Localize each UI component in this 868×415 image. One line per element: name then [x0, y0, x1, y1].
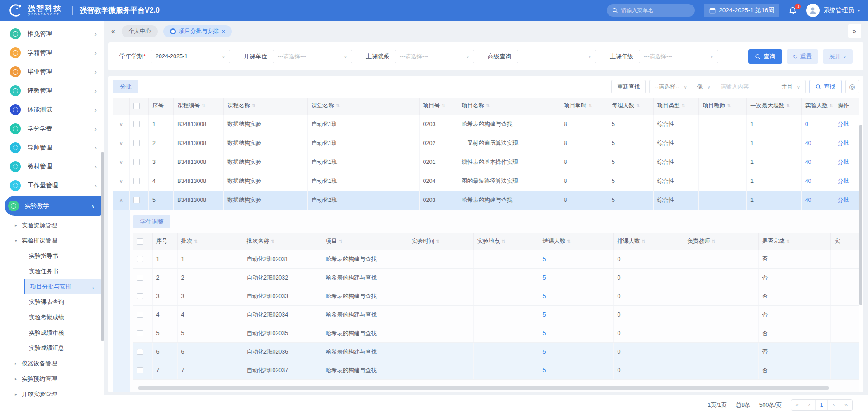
- column-header[interactable]: 项目学时⇅: [560, 98, 608, 115]
- sidebar-subitem[interactable]: 实验指导书: [0, 248, 104, 264]
- selected-count-link[interactable]: 5: [543, 312, 546, 318]
- query-button[interactable]: 查询: [748, 49, 782, 64]
- sidebar-item[interactable]: 体能测试 ›: [0, 100, 104, 119]
- sidebar-subitem[interactable]: 项目分批与安排 →: [24, 279, 101, 294]
- student-count-link[interactable]: 0: [805, 121, 808, 127]
- notifications-button[interactable]: 0: [788, 6, 797, 15]
- row-checkbox[interactable]: [133, 121, 140, 127]
- sidebar-item[interactable]: 教材管理 ›: [0, 157, 104, 176]
- row-checkbox[interactable]: [137, 330, 143, 336]
- menu-search-box[interactable]: [607, 4, 695, 17]
- term-week-selector[interactable]: 2024-2025-1 第16周: [704, 4, 779, 17]
- batch-action-link[interactable]: 分批: [838, 197, 849, 203]
- sidebar-item[interactable]: 推免管理 ›: [0, 24, 104, 43]
- tab[interactable]: 个人中心: [122, 25, 158, 37]
- pager-button[interactable]: ‹: [803, 400, 816, 410]
- sidebar-subitem[interactable]: 实验成绩汇总: [0, 340, 104, 356]
- selected-count-link[interactable]: 5: [543, 256, 546, 262]
- selected-count-link[interactable]: 5: [543, 330, 546, 336]
- column-header[interactable]: 负责教师⇅: [684, 233, 758, 250]
- batch-action-link[interactable]: 分批: [838, 121, 849, 127]
- research-button[interactable]: 重新查找: [611, 80, 646, 93]
- sidebar-item[interactable]: 工作量管理 ›: [0, 176, 104, 195]
- row-checkbox[interactable]: [137, 349, 143, 355]
- reset-button[interactable]: ↻ 重置: [787, 49, 818, 64]
- row-expand-toggle[interactable]: ∨: [113, 115, 129, 134]
- column-header[interactable]: 课堂名称⇅: [308, 98, 419, 115]
- find-input[interactable]: [721, 84, 771, 90]
- sidebar-subitem[interactable]: 实验成绩审核: [0, 325, 104, 340]
- find-button[interactable]: 查找: [809, 80, 842, 93]
- column-settings-button[interactable]: ◎: [845, 80, 859, 93]
- sidebar-subitem[interactable]: ▾ 实验排课管理: [0, 233, 104, 248]
- column-header[interactable]: 批次名称⇅: [243, 233, 322, 250]
- column-header[interactable]: 项目⇅: [322, 233, 408, 250]
- tabs-collapse-left-icon[interactable]: «: [111, 27, 115, 35]
- pager-button[interactable]: «: [791, 400, 803, 410]
- sidebar-subitem[interactable]: 实验课表查询: [0, 294, 104, 310]
- column-header[interactable]: 实验地点⇅: [473, 233, 539, 250]
- sidebar-item-active[interactable]: 实验教学 ∨: [5, 196, 101, 216]
- page-size[interactable]: 500条/页: [760, 401, 782, 409]
- row-checkbox[interactable]: [137, 312, 143, 318]
- column-header[interactable]: 一次最大组数⇅: [746, 98, 801, 115]
- selected-count-link[interactable]: 5: [543, 367, 546, 373]
- row-expand-toggle[interactable]: ∧: [113, 191, 129, 210]
- column-header[interactable]: 批次⇅: [177, 233, 243, 250]
- student-adjust-button[interactable]: 学生调整: [133, 215, 170, 228]
- row-checkbox[interactable]: [137, 275, 143, 281]
- column-header[interactable]: 课程名称⇅: [223, 98, 307, 115]
- column-header[interactable]: 实验人数⇅: [801, 98, 834, 115]
- column-header[interactable]: 序号: [148, 98, 173, 115]
- row-checkbox[interactable]: [133, 197, 140, 203]
- column-header[interactable]: 项目教师⇅: [699, 98, 747, 115]
- column-header[interactable]: 项目类型⇅: [653, 98, 699, 115]
- column-header[interactable]: 选课人数⇅: [539, 233, 613, 250]
- sidebar-subitem[interactable]: ▸ 开放实验管理: [0, 387, 104, 402]
- filter-select[interactable]: ∨: [517, 50, 596, 63]
- pager-button[interactable]: »: [840, 400, 852, 410]
- user-menu[interactable]: 系统管理员 ▾: [806, 4, 860, 17]
- column-header[interactable]: 实验时间⇅: [408, 233, 473, 250]
- batch-action-link[interactable]: 分批: [838, 140, 849, 146]
- menu-search-input[interactable]: [621, 7, 690, 14]
- sidebar-subitem[interactable]: 实验任务书: [0, 264, 104, 279]
- row-checkbox[interactable]: [133, 178, 140, 184]
- find-logic-select[interactable]: 并且 ∨: [776, 80, 805, 93]
- filter-select[interactable]: ---请选择--- ∨: [273, 50, 352, 63]
- filter-select[interactable]: ---请选择--- ∨: [639, 50, 718, 63]
- sidebar-subitem[interactable]: ▸ 仪器设备管理: [0, 356, 104, 371]
- pager-button[interactable]: ›: [828, 400, 840, 410]
- find-match-select[interactable]: 像 ∨: [692, 80, 716, 93]
- sidebar-subitem[interactable]: ▸ 实验预约管理: [0, 371, 104, 387]
- student-count-link[interactable]: 40: [805, 140, 811, 146]
- batch-action-link[interactable]: 分批: [838, 178, 849, 184]
- row-checkbox[interactable]: [137, 293, 143, 299]
- row-checkbox[interactable]: [133, 140, 140, 146]
- row-checkbox[interactable]: [137, 367, 143, 373]
- filter-select[interactable]: ---请选择--- ∨: [395, 50, 474, 63]
- student-count-link[interactable]: 40: [805, 197, 811, 203]
- sidebar-scrollbar[interactable]: [101, 152, 104, 341]
- select-all-checkbox[interactable]: [133, 103, 140, 109]
- column-header[interactable]: 序号: [152, 233, 177, 250]
- column-header[interactable]: 操作: [834, 98, 859, 115]
- selected-count-link[interactable]: 5: [543, 349, 546, 355]
- column-header[interactable]: 项目名称⇅: [458, 98, 560, 115]
- column-header[interactable]: 每组人数⇅: [608, 98, 654, 115]
- tabs-collapse-right-icon[interactable]: »: [848, 24, 861, 38]
- column-header[interactable]: 排课人数⇅: [613, 233, 684, 250]
- sidebar-item[interactable]: 毕业管理 ›: [0, 62, 104, 81]
- batch-button[interactable]: 分批: [113, 80, 138, 93]
- sidebar-item[interactable]: 学分学费 ›: [0, 119, 104, 138]
- sidebar-item[interactable]: 导师管理 ›: [0, 138, 104, 157]
- expand-button[interactable]: 展开 ∨: [823, 49, 853, 64]
- column-header[interactable]: 课程编号⇅: [174, 98, 224, 115]
- filter-select[interactable]: 2024-2025-1 ∨: [151, 50, 230, 63]
- row-expand-toggle[interactable]: ∨: [113, 153, 129, 172]
- selected-count-link[interactable]: 5: [543, 275, 546, 281]
- student-count-link[interactable]: 40: [805, 159, 811, 165]
- sidebar-item[interactable]: 学籍管理 ›: [0, 43, 104, 62]
- selected-count-link[interactable]: 5: [543, 293, 546, 299]
- student-count-link[interactable]: 40: [805, 178, 811, 184]
